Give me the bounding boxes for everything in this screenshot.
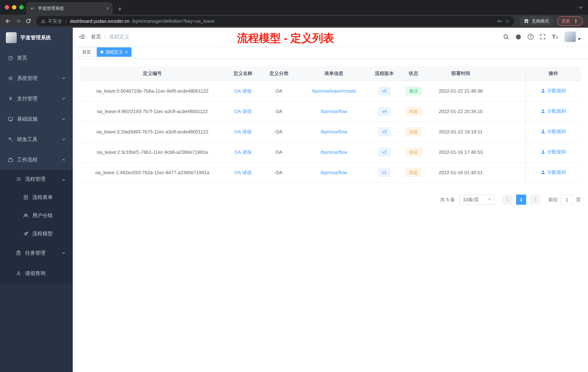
password-key-icon[interactable] — [497, 18, 502, 24]
browser-tab[interactable]: 芋道管理系统 × — [26, 2, 113, 15]
update-label: 更新 — [561, 18, 570, 24]
assign-rule-button[interactable]: 分配规则 — [541, 128, 566, 135]
close-window-button[interactable] — [5, 5, 9, 10]
sidebar-item-process-management[interactable]: 流程管理 — [0, 170, 73, 188]
status-badge: 挂起 — [405, 168, 421, 177]
security-label[interactable]: 不安全 — [48, 18, 62, 24]
sidebar-item-workflow[interactable]: 工作流程 — [0, 150, 73, 170]
forward-button[interactable] — [13, 16, 23, 26]
sidebar-item-label: 首页 — [17, 55, 27, 61]
page-1-button[interactable]: 1 — [516, 195, 526, 205]
cell-deploy-time: 2022-01-16 01:40:51 — [429, 162, 492, 183]
font-size-icon[interactable] — [552, 34, 558, 40]
fullscreen-icon[interactable] — [540, 34, 546, 40]
definition-name-link[interactable]: OA 请假 — [234, 88, 252, 94]
table-row: oa_leave:2:3c1f0ef1-76b1-11ec-9c66-a2380… — [80, 142, 581, 162]
not-secure-warning-icon — [41, 19, 45, 23]
sidebar-item-dev-tools[interactable]: 研发工具 — [0, 129, 73, 150]
user-group-icon — [22, 213, 29, 218]
sidebar-item-payment-management[interactable]: ¥ 支付管理 — [0, 88, 73, 109]
definition-name-link[interactable]: OA 请假 — [234, 170, 252, 175]
cell-definition-id: oa_leave:4:991f2193-7b7f-11ec-a3c8-acde4… — [80, 101, 225, 121]
definition-name-link[interactable]: OA 请假 — [234, 129, 252, 134]
chevron-up-icon — [62, 159, 65, 162]
minimize-window-button[interactable] — [12, 5, 16, 10]
logo-avatar — [6, 32, 17, 43]
status-badge: 挂起 — [405, 107, 421, 116]
reload-button[interactable] — [23, 16, 33, 26]
github-icon[interactable] — [515, 34, 521, 40]
help-icon[interactable] — [528, 34, 534, 40]
tag-close-icon[interactable]: × — [125, 50, 128, 55]
cell-definition-id: oa_leave:5:004b710b-7b8a-11ec-8ef0-acde4… — [80, 81, 225, 101]
cell-definition-id: oa_leave:1:482ec033-762a-11ec-8477-a2380… — [80, 162, 225, 183]
infrastructure-icon — [7, 116, 14, 122]
avatar[interactable] — [564, 31, 576, 42]
prev-page-button[interactable] — [502, 195, 512, 205]
process-list-icon — [15, 176, 22, 182]
sidebar-item-task-management[interactable]: 任务管理 — [0, 243, 73, 263]
sidebar: 芋道管理系统 首页 系统管理 ¥ 支付管理 基础设施 — [0, 28, 73, 372]
table-row: oa_leave:4:991f2193-7b7f-11ec-a3c8-acde4… — [80, 101, 581, 121]
bookmark-star-icon[interactable]: ☆ — [505, 18, 510, 24]
column-header: 表单信息 — [297, 66, 371, 81]
search-icon[interactable] — [503, 34, 509, 40]
breadcrumb-home[interactable]: 首页 — [91, 33, 101, 40]
sidebar-item-user-group[interactable]: 用户分组 — [0, 206, 73, 225]
url-path: /bpm/manager/definition?key=oa_leave — [132, 18, 215, 24]
tab-overflow-chevron-icon[interactable] — [579, 5, 583, 9]
page-size-select[interactable]: 10条/页 — [459, 195, 494, 205]
sidebar-item-label: 请假查询 — [25, 270, 45, 277]
assign-rule-button[interactable]: 分配规则 — [541, 169, 566, 175]
table-row: oa_leave:5:004b710b-7b8a-11ec-8ef0-acde4… — [80, 81, 581, 101]
sidebar-item-system-management[interactable]: 系统管理 — [0, 68, 73, 88]
sidebar-item-leave-query[interactable]: 请假查询 — [0, 263, 73, 284]
definition-name-link[interactable]: OA 请假 — [234, 109, 252, 114]
sidebar-item-home[interactable]: 首页 — [0, 48, 73, 68]
omnibox-divider: | — [65, 18, 67, 24]
goto-page-input[interactable] — [561, 195, 573, 205]
avatar-caret-icon[interactable] — [578, 38, 581, 40]
assign-rule-button[interactable]: 分配规则 — [541, 88, 566, 94]
definition-name-link[interactable]: OA 请假 — [234, 149, 252, 155]
address-bar[interactable]: 不安全 | dashboard.yudao.iocoder.cn/bpm/man… — [36, 16, 514, 26]
version-badge: v5 — [378, 87, 390, 95]
cell-definition-id: oa_leave:3:1fad3d93-7b75-11ec-a3c8-acde4… — [80, 121, 225, 142]
zoom-window-button[interactable] — [19, 5, 24, 10]
assign-rule-button[interactable]: 分配规则 — [541, 108, 566, 114]
incognito-label: 无痕模式 — [532, 18, 549, 24]
sidebar-item-process-model[interactable]: 流程模型 — [0, 225, 73, 243]
sidebar-item-process-form[interactable]: 流程表单 — [0, 188, 73, 206]
total-count-label: 共 5 条 — [440, 197, 455, 203]
browser-menu-icon[interactable]: ⋮ — [573, 18, 578, 24]
column-header: 定义编号 — [80, 66, 225, 81]
sidebar-item-infrastructure[interactable]: 基础设施 — [0, 109, 73, 129]
form-info-link[interactable]: /bpm/oa/flow — [320, 170, 347, 175]
chevron-down-icon — [62, 117, 65, 120]
form-info-link[interactable]: /bpm/oa/flow — [320, 149, 347, 155]
sidebar-toggle-button[interactable] — [73, 28, 91, 46]
new-tab-button[interactable]: + — [118, 5, 122, 12]
form-info-link[interactable]: /bpm/oa/flow — [320, 109, 347, 114]
back-button[interactable] — [3, 16, 13, 26]
form-info-link[interactable]: /bpm/oa/leave/create — [312, 88, 356, 94]
breadcrumb-current: 流程定义 — [109, 33, 129, 40]
tag-home[interactable]: 首页 — [79, 47, 94, 57]
goto-prefix-label: 前往 — [548, 197, 558, 203]
tag-process-definition[interactable]: 流程定义 × — [97, 47, 131, 57]
sidebar-item-label: 工作流程 — [17, 156, 37, 163]
definition-table: 定义编号 定义名称 定义分类 表单信息 流程版本 状态 部署时间 操作 — [80, 66, 581, 183]
assign-rule-button[interactable]: 分配规则 — [541, 149, 566, 155]
form-info-link[interactable]: /bpm/oa/flow — [320, 129, 347, 134]
column-header: 流程版本 — [371, 66, 398, 81]
user-icon — [541, 170, 546, 175]
cell-category: OA — [261, 162, 297, 183]
status-badge: 挂起 — [405, 148, 421, 156]
sidebar-item-label: 流程表单 — [32, 194, 53, 201]
table-row: oa_leave:1:482ec033-762a-11ec-8477-a2380… — [80, 162, 581, 183]
next-page-button[interactable] — [530, 195, 540, 205]
tab-close-icon[interactable]: × — [106, 6, 109, 11]
chrome-update-button[interactable]: 更新 ⋮ — [557, 16, 583, 26]
form-document-icon — [22, 195, 29, 200]
column-header: 状态 — [398, 66, 429, 81]
